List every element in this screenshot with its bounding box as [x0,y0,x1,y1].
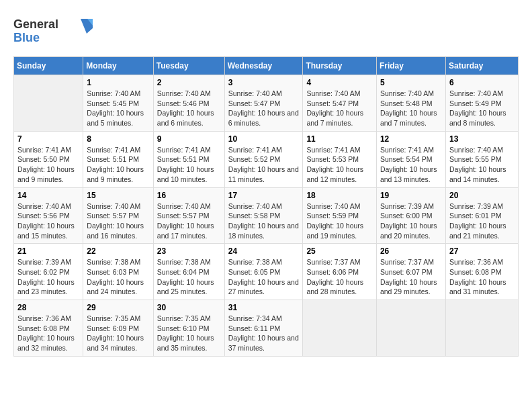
calendar-cell: 10Sunrise: 7:41 AMSunset: 5:52 PMDayligh… [224,131,303,187]
calendar-cell: 3Sunrise: 7:40 AMSunset: 5:47 PMDaylight… [224,75,303,132]
calendar-cell: 19Sunrise: 7:39 AMSunset: 6:00 PMDayligh… [376,187,445,244]
calendar-cell: 8Sunrise: 7:41 AMSunset: 5:51 PMDaylight… [83,131,153,187]
day-info: Sunrise: 7:41 AMSunset: 5:52 PMDaylight:… [228,145,300,185]
day-info: Sunrise: 7:39 AMSunset: 6:01 PMDaylight:… [449,201,515,241]
day-number: 25 [306,246,373,256]
calendar-cell: 23Sunrise: 7:38 AMSunset: 6:04 PMDayligh… [153,244,224,300]
calendar-cell: 27Sunrise: 7:36 AMSunset: 6:08 PMDayligh… [445,244,518,300]
day-number: 7 [17,134,79,144]
calendar-cell: 20Sunrise: 7:39 AMSunset: 6:01 PMDayligh… [445,187,518,244]
day-info: Sunrise: 7:40 AMSunset: 5:59 PMDaylight:… [306,201,373,241]
calendar-cell [14,75,83,132]
day-info: Sunrise: 7:40 AMSunset: 5:47 PMDaylight:… [228,89,300,128]
calendar-cell: 16Sunrise: 7:40 AMSunset: 5:57 PMDayligh… [153,187,224,244]
day-number: 5 [380,78,442,87]
day-number: 30 [157,303,221,312]
day-info: Sunrise: 7:40 AMSunset: 5:46 PMDaylight:… [157,89,221,128]
day-number: 24 [228,246,300,256]
calendar-cell: 24Sunrise: 7:38 AMSunset: 6:05 PMDayligh… [224,244,303,300]
day-info: Sunrise: 7:35 AMSunset: 6:10 PMDaylight:… [157,314,221,353]
day-number: 27 [449,246,515,256]
day-number: 13 [449,134,515,144]
calendar-week-row: 14Sunrise: 7:40 AMSunset: 5:56 PMDayligh… [14,187,519,244]
day-number: 2 [157,78,221,87]
day-number: 14 [17,191,79,200]
day-info: Sunrise: 7:40 AMSunset: 5:48 PMDaylight:… [380,89,442,128]
day-number: 3 [228,78,300,87]
day-info: Sunrise: 7:40 AMSunset: 5:57 PMDaylight:… [157,201,221,241]
calendar-cell: 13Sunrise: 7:40 AMSunset: 5:55 PMDayligh… [445,131,518,187]
day-of-week-header: Tuesday [153,57,224,75]
day-number: 12 [380,134,442,144]
calendar-cell: 17Sunrise: 7:40 AMSunset: 5:58 PMDayligh… [224,187,303,244]
day-info: Sunrise: 7:41 AMSunset: 5:51 PMDaylight:… [157,145,221,185]
day-number: 29 [87,303,149,312]
day-info: Sunrise: 7:40 AMSunset: 5:47 PMDaylight:… [306,89,373,128]
calendar-cell: 4Sunrise: 7:40 AMSunset: 5:47 PMDaylight… [303,75,377,132]
day-of-week-header: Saturday [445,57,518,75]
calendar-week-row: 21Sunrise: 7:39 AMSunset: 6:02 PMDayligh… [14,244,519,300]
day-number: 10 [228,134,300,144]
day-info: Sunrise: 7:35 AMSunset: 6:09 PMDaylight:… [87,314,149,353]
day-number: 23 [157,246,221,256]
day-info: Sunrise: 7:39 AMSunset: 6:02 PMDaylight:… [17,257,79,297]
day-number: 6 [449,78,515,87]
calendar-cell: 22Sunrise: 7:38 AMSunset: 6:03 PMDayligh… [83,244,153,300]
day-info: Sunrise: 7:41 AMSunset: 5:53 PMDaylight:… [306,145,373,185]
logo-text: General Blue [13,13,101,50]
day-number: 9 [157,134,221,144]
page-header: General Blue [13,13,519,50]
day-info: Sunrise: 7:41 AMSunset: 5:50 PMDaylight:… [17,145,79,185]
calendar-cell: 7Sunrise: 7:41 AMSunset: 5:50 PMDaylight… [14,131,83,187]
day-info: Sunrise: 7:36 AMSunset: 6:08 PMDaylight:… [449,257,515,297]
day-info: Sunrise: 7:40 AMSunset: 5:55 PMDaylight:… [449,145,515,185]
calendar-cell: 25Sunrise: 7:37 AMSunset: 6:06 PMDayligh… [303,244,377,300]
calendar-table: SundayMondayTuesdayWednesdayThursdayFrid… [13,56,519,357]
logo: General Blue [13,13,101,50]
calendar-week-row: 1Sunrise: 7:40 AMSunset: 5:45 PMDaylight… [14,75,519,132]
day-info: Sunrise: 7:40 AMSunset: 5:56 PMDaylight:… [17,201,79,241]
calendar-cell: 30Sunrise: 7:35 AMSunset: 6:10 PMDayligh… [153,300,224,357]
calendar-cell [445,300,518,357]
calendar-cell: 1Sunrise: 7:40 AMSunset: 5:45 PMDaylight… [83,75,153,132]
day-info: Sunrise: 7:36 AMSunset: 6:08 PMDaylight:… [17,314,79,353]
day-info: Sunrise: 7:39 AMSunset: 6:00 PMDaylight:… [380,201,442,241]
calendar-cell: 9Sunrise: 7:41 AMSunset: 5:51 PMDaylight… [153,131,224,187]
day-info: Sunrise: 7:37 AMSunset: 6:07 PMDaylight:… [380,257,442,297]
day-number: 1 [87,78,149,87]
day-info: Sunrise: 7:38 AMSunset: 6:03 PMDaylight:… [87,257,149,297]
calendar-cell: 28Sunrise: 7:36 AMSunset: 6:08 PMDayligh… [14,300,83,357]
day-of-week-header: Sunday [14,57,83,75]
day-number: 11 [306,134,373,144]
day-of-week-header: Thursday [303,57,377,75]
calendar-cell: 26Sunrise: 7:37 AMSunset: 6:07 PMDayligh… [376,244,445,300]
calendar-cell: 18Sunrise: 7:40 AMSunset: 5:59 PMDayligh… [303,187,377,244]
day-of-week-header: Monday [83,57,153,75]
day-info: Sunrise: 7:41 AMSunset: 5:54 PMDaylight:… [380,145,442,185]
calendar-cell: 6Sunrise: 7:40 AMSunset: 5:49 PMDaylight… [445,75,518,132]
day-number: 18 [306,191,373,200]
day-info: Sunrise: 7:38 AMSunset: 6:04 PMDaylight:… [157,257,221,297]
calendar-cell: 11Sunrise: 7:41 AMSunset: 5:53 PMDayligh… [303,131,377,187]
calendar-cell [303,300,377,357]
day-number: 15 [87,191,149,200]
day-of-week-header: Wednesday [224,57,303,75]
day-number: 16 [157,191,221,200]
day-number: 19 [380,191,442,200]
day-info: Sunrise: 7:40 AMSunset: 5:57 PMDaylight:… [87,201,149,241]
calendar-cell [376,300,445,357]
day-info: Sunrise: 7:40 AMSunset: 5:45 PMDaylight:… [87,89,149,128]
day-number: 17 [228,191,300,200]
day-of-week-header: Friday [376,57,445,75]
day-info: Sunrise: 7:41 AMSunset: 5:51 PMDaylight:… [87,145,149,185]
calendar-cell: 2Sunrise: 7:40 AMSunset: 5:46 PMDaylight… [153,75,224,132]
calendar-cell: 15Sunrise: 7:40 AMSunset: 5:57 PMDayligh… [83,187,153,244]
calendar-week-row: 28Sunrise: 7:36 AMSunset: 6:08 PMDayligh… [14,300,519,357]
calendar-week-row: 7Sunrise: 7:41 AMSunset: 5:50 PMDaylight… [14,131,519,187]
day-number: 28 [17,303,79,312]
calendar-cell: 29Sunrise: 7:35 AMSunset: 6:09 PMDayligh… [83,300,153,357]
svg-text:Blue: Blue [13,31,40,44]
day-info: Sunrise: 7:34 AMSunset: 6:11 PMDaylight:… [228,314,300,353]
day-number: 26 [380,246,442,256]
svg-text:General: General [13,17,58,31]
